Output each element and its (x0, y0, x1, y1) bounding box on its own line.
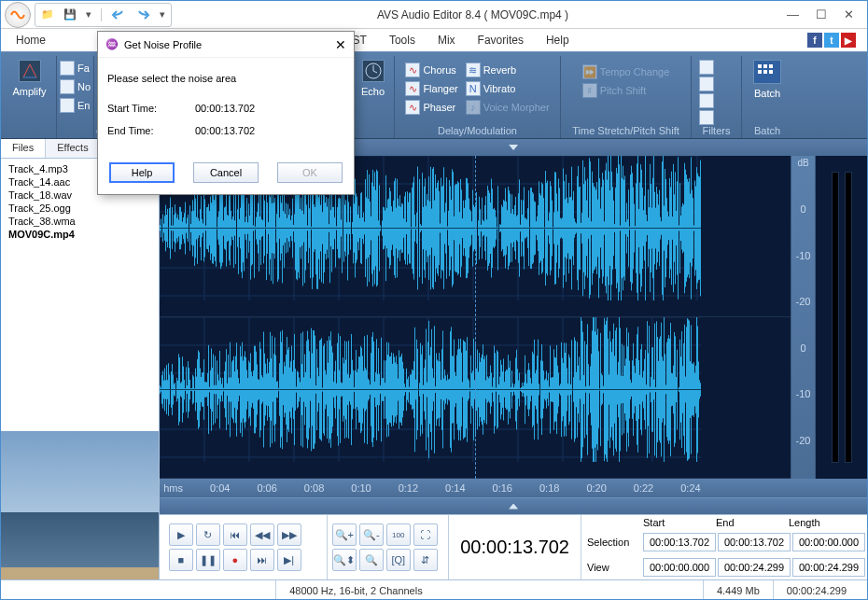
stop-button[interactable]: ■ (169, 549, 193, 571)
list-item-selected[interactable]: MOV09C.mp4 (8, 228, 151, 241)
filter-icon (699, 60, 714, 75)
view-start[interactable]: 00:00:00.000 (643, 558, 716, 577)
batch-button[interactable]: Batch (744, 58, 791, 99)
playhead-top-icon[interactable] (509, 145, 518, 150)
menu-favorites[interactable]: Favorites (469, 32, 533, 49)
zoom-in-button[interactable]: 🔍+ (332, 523, 357, 546)
vibrato-button[interactable]: NVibrato (466, 80, 550, 97)
forward-button[interactable]: ▶▶ (277, 523, 301, 546)
tab-files[interactable]: Files (1, 139, 46, 158)
pitch-icon: ♯ (582, 83, 597, 98)
timecode-display: 00:00:13.702 (449, 515, 581, 579)
zoom-100-button[interactable]: 100 (386, 523, 411, 546)
filters-button[interactable] (693, 58, 740, 125)
pause-button[interactable]: ❚❚ (196, 549, 220, 571)
sel-start[interactable]: 00:00:13.702 (643, 533, 716, 551)
dialog-start-value: 00:00:13.702 (195, 103, 255, 114)
left-panel: Files Effects Mo Track_4.mp3 Track_14.aa… (1, 139, 160, 579)
tab-effects[interactable]: Effects (46, 139, 100, 158)
waveform-area[interactable] (160, 156, 791, 479)
file-list[interactable]: Track_4.mp3 Track_14.aac Track_18.wav Tr… (1, 159, 159, 431)
zoom-v-out-button[interactable]: 🔍 (359, 549, 384, 571)
record-button[interactable]: ● (223, 549, 247, 571)
tempo-change-button[interactable]: ⏩Tempo Change (582, 63, 670, 80)
save-icon[interactable]: 💾 (63, 8, 77, 21)
timeline-scrollbar[interactable] (160, 497, 867, 514)
youtube-icon[interactable]: ▶ (841, 33, 856, 48)
help-button[interactable]: Help (109, 162, 175, 183)
normalize-icon (60, 79, 75, 94)
reverb-button[interactable]: ≋Reverb (466, 62, 550, 78)
chorus-button[interactable]: ∿Chorus (405, 62, 457, 78)
dialog-title: Get Noise Profile (124, 39, 202, 50)
play-button[interactable]: ▶ (169, 523, 193, 546)
reverb-icon: ≋ (466, 63, 481, 77)
close-button[interactable]: ✕ (844, 7, 854, 21)
next-button[interactable]: ⏭ (250, 549, 274, 571)
zoom-all-button[interactable]: ⇵ (413, 549, 438, 571)
zoom-v-in-button[interactable]: 🔍⬍ (332, 549, 357, 571)
fade-icon (60, 61, 75, 76)
dialog-prompt: Please select the noise area (107, 73, 236, 84)
menu-help[interactable]: Help (537, 32, 579, 49)
list-item[interactable]: Track_25.ogg (8, 202, 151, 215)
pitch-shift-button[interactable]: ♯Pitch Shift (582, 82, 670, 99)
view-len[interactable]: 00:00:24.299 (792, 558, 865, 577)
echo-icon (362, 60, 385, 82)
envelope-icon (60, 98, 75, 113)
selection-grid: Start End Length Selection 00:00:13.702 … (581, 515, 867, 579)
noise-profile-dialog: ♒ Get Noise Profile ✕ Please select the … (97, 31, 355, 195)
level-meter (815, 156, 867, 479)
db-scale: dB 0 -10 -20 0 -10 -20 (791, 156, 815, 479)
normalize-button[interactable]: No (60, 78, 91, 95)
dropdown-icon[interactable]: ▾ (86, 8, 91, 21)
echo-button[interactable]: Echo (350, 58, 397, 97)
list-item[interactable]: Track_38.wma (8, 215, 151, 228)
flanger-icon: ∿ (405, 81, 420, 96)
phaser-button[interactable]: ∿Phaser (405, 99, 457, 116)
twitter-icon[interactable]: t (824, 33, 839, 48)
prev-button[interactable]: ⏮ (223, 523, 247, 546)
menu-tools[interactable]: Tools (380, 32, 425, 49)
loop-button[interactable]: ↻ (196, 523, 220, 546)
envelope-button[interactable]: En (60, 97, 91, 114)
minimize-button[interactable]: — (787, 7, 799, 21)
ok-button[interactable]: OK (277, 162, 343, 183)
open-icon[interactable]: 📁 (41, 8, 54, 21)
quick-access-toolbar: 📁 💾 ▾ ▾ (35, 3, 172, 27)
facebook-icon[interactable]: f (807, 33, 822, 48)
voice-morpher-button[interactable]: ♪Voice Morpher (466, 99, 550, 116)
cancel-button[interactable]: Cancel (193, 162, 259, 183)
dialog-close-button[interactable]: ✕ (335, 37, 346, 52)
menu-mix[interactable]: Mix (428, 32, 465, 49)
playhead-line (475, 156, 476, 479)
sel-len[interactable]: 00:00:00.000 (792, 533, 865, 551)
app-icon[interactable] (5, 2, 31, 28)
svg-rect-3 (769, 64, 773, 68)
dropdown-icon[interactable]: ▾ (160, 8, 165, 21)
flanger-button[interactable]: ∿Flanger (405, 80, 457, 97)
title-bar: 📁 💾 ▾ ▾ AVS Audio Editor 8.4 ( MOV09C.mp… (1, 1, 867, 29)
batch-icon (753, 60, 781, 84)
chorus-icon: ∿ (405, 63, 420, 77)
undo-icon[interactable] (111, 9, 126, 21)
vibrato-icon: N (466, 81, 481, 96)
zoom-fit-button[interactable]: ⛶ (413, 523, 438, 546)
amplify-icon (19, 60, 41, 82)
fade-button[interactable]: Fa (60, 60, 91, 77)
maximize-button[interactable]: ☐ (816, 7, 827, 21)
amplify-button[interactable]: Amplify (7, 58, 53, 97)
rewind-button[interactable]: ◀◀ (250, 523, 274, 546)
zoom-sel-button[interactable]: [Q] (386, 549, 411, 571)
redo-icon[interactable] (135, 9, 150, 21)
time-ruler[interactable]: hms 0:04 0:06 0:08 0:10 0:12 0:14 0:16 0… (160, 479, 867, 497)
window-title: AVS Audio Editor 8.4 ( MOV09C.mp4 ) (172, 8, 774, 21)
transport-bar: ▶ ↻ ⏮ ◀◀ ▶▶ ■ ❚❚ ● ⏭ ▶| 🔍+ 🔍- 100 ⛶ (160, 514, 867, 579)
sel-end[interactable]: 00:00:13.702 (718, 533, 791, 551)
menu-home[interactable]: Home (7, 32, 55, 49)
zoom-out-button[interactable]: 🔍- (359, 523, 384, 546)
playhead-bottom-icon[interactable] (509, 504, 518, 509)
view-end[interactable]: 00:00:24.299 (718, 558, 791, 577)
end-button[interactable]: ▶| (277, 549, 301, 571)
waveform-panel: dB 0 -10 -20 0 -10 -20 hms 0:04 0:06 0:0… (160, 139, 867, 579)
